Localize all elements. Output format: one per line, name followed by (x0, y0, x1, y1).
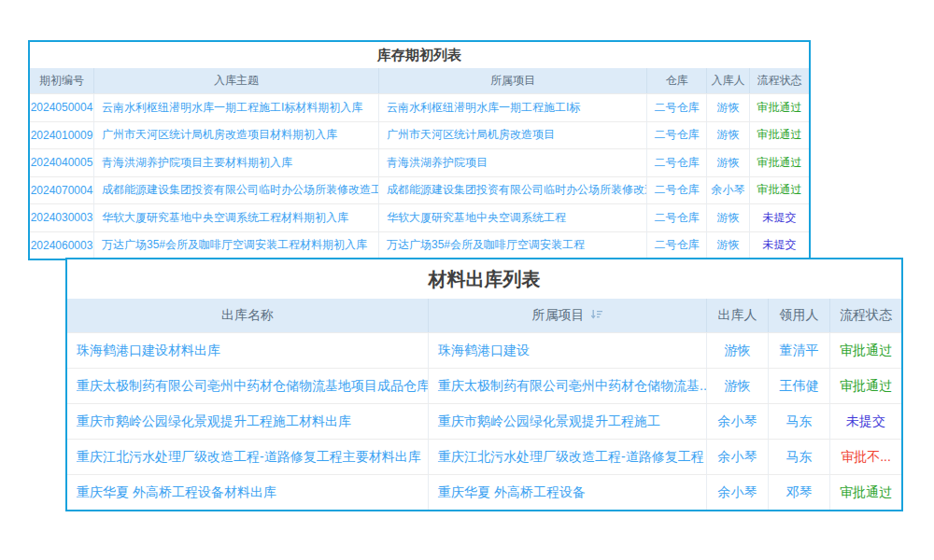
table-row: 重庆华夏 外高桥工程设备材料出库重庆华夏 外高桥工程设备余小琴邓琴审批通过 (67, 474, 901, 510)
column-header-outbound-person: 出库人 (707, 299, 769, 332)
warehouse-cell: 二号仓库 (647, 177, 707, 204)
table-row: 2024040005青海洪湖养护院项目主要材料期初入库青海洪湖养护院项目二号仓库… (30, 148, 809, 176)
column-header-workflow-status: 流程状态 (830, 299, 901, 332)
table-row: 珠海鹤港口建设材料出库珠海鹤港口建设游恢董清平审批通过 (67, 332, 901, 368)
project-link[interactable]: 云南水利枢纽潜明水库一期工程施工I标 (379, 94, 647, 121)
inbound-person-cell: 余小琴 (707, 177, 750, 204)
outbound-name-link[interactable]: 重庆太极制药有限公司亳州中药材仓储物流基地项目成品仓库和... (67, 369, 429, 403)
column-header-project-sortable[interactable]: 所属项目 (429, 299, 707, 332)
outbound-person-cell: 余小琴 (707, 404, 769, 439)
inbound-person-cell: 游恢 (707, 122, 750, 149)
outbound-page-title: 材料出库列表 (67, 259, 901, 299)
inbound-person-cell: 游恢 (707, 94, 750, 121)
recipient-cell: 董清平 (769, 333, 830, 368)
column-header-warehouse: 仓库 (647, 68, 707, 93)
outbound-table-body: 珠海鹤港口建设材料出库珠海鹤港口建设游恢董清平审批通过重庆太极制药有限公司亳州中… (67, 332, 901, 510)
warehouse-cell: 二号仓库 (647, 204, 707, 231)
table-row: 2024030003华软大厦研究基地中央空调系统工程材料期初入库华软大厦研究基地… (30, 203, 809, 231)
column-header-outbound-name: 出库名称 (67, 299, 429, 332)
project-link[interactable]: 重庆太极制药有限公司亳州中药材仓储物流基... (429, 369, 707, 403)
initial-id-link[interactable]: 2024040005 (30, 149, 94, 176)
column-header-workflow-status: 流程状态 (750, 68, 809, 93)
table-row: 2024070004成都能源建设集团投资有限公司临时办公场所装修改造工程EPC.… (30, 176, 809, 204)
warehouse-cell: 二号仓库 (647, 149, 707, 176)
table-row: 重庆江北污水处理厂级改造工程-道路修复工程主要材料出库重庆江北污水处理厂级改造工… (67, 439, 901, 474)
inbound-person-cell: 游恢 (707, 204, 750, 231)
inventory-table-body: 2024050004云南水利枢纽潜明水库一期工程施工I标材料期初入库云南水利枢纽… (30, 93, 809, 259)
outbound-table-header: 出库名称 所属项目 出库人 领用人 流程状态 (67, 299, 901, 332)
status-badge: 审批通过 (750, 177, 809, 204)
material-outbound-list-panel: 材料出库列表 出库名称 所属项目 出库人 领用人 流程状态 珠海鹤港口建设材料出… (65, 258, 903, 511)
outbound-person-cell: 余小琴 (707, 440, 769, 474)
inbound-subject-link[interactable]: 广州市天河区统计局机房改造项目材料期初入库 (94, 122, 379, 149)
inbound-subject-link[interactable]: 万达广场35#会所及咖啡厅空调安装工程材料期初入库 (94, 232, 379, 259)
project-link[interactable]: 青海洪湖养护院项目 (379, 149, 647, 176)
column-header-recipient: 领用人 (769, 299, 830, 332)
recipient-cell: 王伟健 (769, 369, 830, 403)
project-link[interactable]: 重庆市鹅岭公园绿化景观提升工程施工 (429, 404, 707, 439)
inbound-person-cell: 游恢 (707, 149, 750, 176)
status-badge: 审批通过 (750, 122, 809, 149)
inbound-subject-link[interactable]: 华软大厦研究基地中央空调系统工程材料期初入库 (94, 204, 379, 231)
recipient-cell: 马东 (769, 404, 830, 439)
status-badge: 未提交 (750, 232, 809, 259)
status-badge: 未提交 (750, 204, 809, 231)
initial-id-link[interactable]: 2024050004 (30, 94, 94, 121)
inventory-page-title: 库存期初列表 (30, 42, 809, 68)
table-row: 2024010009广州市天河区统计局机房改造项目材料期初入库广州市天河区统计局… (30, 121, 809, 149)
project-link[interactable]: 重庆华夏 外高桥工程设备 (429, 475, 707, 510)
outbound-name-link[interactable]: 珠海鹤港口建设材料出库 (67, 333, 429, 368)
warehouse-cell: 二号仓库 (647, 94, 707, 121)
column-header-inbound-subject: 入库主题 (94, 68, 379, 93)
recipient-cell: 邓琴 (769, 475, 830, 510)
project-link[interactable]: 重庆江北污水处理厂级改造工程-道路修复工程 (429, 440, 707, 474)
column-header-project-label: 所属项目 (532, 307, 585, 324)
outbound-name-link[interactable]: 重庆华夏 外高桥工程设备材料出库 (67, 475, 429, 510)
project-link[interactable]: 成都能源建设集团投资有限公司临时办公场所装修改造工程... (379, 177, 647, 204)
inbound-person-cell: 游恢 (707, 232, 750, 259)
column-header-initial-id: 期初编号 (30, 68, 94, 93)
sort-descending-icon[interactable] (590, 308, 603, 323)
outbound-person-cell: 游恢 (707, 369, 769, 403)
status-badge: 审批通过 (830, 369, 901, 403)
inbound-subject-link[interactable]: 云南水利枢纽潜明水库一期工程施工I标材料期初入库 (94, 94, 379, 121)
table-row: 2024050004云南水利枢纽潜明水库一期工程施工I标材料期初入库云南水利枢纽… (30, 93, 809, 121)
status-badge: 审批通过 (750, 94, 809, 121)
project-link[interactable]: 华软大厦研究基地中央空调系统工程 (379, 204, 647, 231)
table-row: 2024060003万达广场35#会所及咖啡厅空调安装工程材料期初入库万达广场3… (30, 231, 809, 259)
inbound-subject-link[interactable]: 青海洪湖养护院项目主要材料期初入库 (94, 149, 379, 176)
table-row: 重庆太极制药有限公司亳州中药材仓储物流基地项目成品仓库和...重庆太极制药有限公… (67, 368, 901, 403)
inbound-subject-link[interactable]: 成都能源建设集团投资有限公司临时办公场所装修改造工程EPC... (94, 177, 379, 204)
outbound-person-cell: 余小琴 (707, 475, 769, 510)
status-badge: 审批不... (830, 440, 901, 474)
status-badge: 审批通过 (830, 475, 901, 510)
outbound-person-cell: 游恢 (707, 333, 769, 368)
initial-id-link[interactable]: 2024030003 (30, 204, 94, 231)
status-badge: 审批通过 (750, 149, 809, 176)
project-link[interactable]: 万达广场35#会所及咖啡厅空调安装工程 (379, 232, 647, 259)
status-badge: 未提交 (830, 404, 901, 439)
inventory-initial-list-panel: 库存期初列表 期初编号 入库主题 所属项目 仓库 入库人 流程状态 202405… (28, 40, 811, 260)
inventory-table-header: 期初编号 入库主题 所属项目 仓库 入库人 流程状态 (30, 68, 809, 93)
initial-id-link[interactable]: 2024010009 (30, 122, 94, 149)
recipient-cell: 马东 (769, 440, 830, 474)
warehouse-cell: 二号仓库 (647, 232, 707, 259)
column-header-inbound-person: 入库人 (707, 68, 750, 93)
status-badge: 审批通过 (830, 333, 901, 368)
outbound-name-link[interactable]: 重庆市鹅岭公园绿化景观提升工程施工材料出库 (67, 404, 429, 439)
column-header-project: 所属项目 (379, 68, 647, 93)
project-link[interactable]: 珠海鹤港口建设 (429, 333, 707, 368)
outbound-name-link[interactable]: 重庆江北污水处理厂级改造工程-道路修复工程主要材料出库 (67, 440, 429, 474)
warehouse-cell: 二号仓库 (647, 122, 707, 149)
initial-id-link[interactable]: 2024060003 (30, 232, 94, 259)
initial-id-link[interactable]: 2024070004 (30, 177, 94, 204)
project-link[interactable]: 广州市天河区统计局机房改造项目 (379, 122, 647, 149)
table-row: 重庆市鹅岭公园绿化景观提升工程施工材料出库重庆市鹅岭公园绿化景观提升工程施工余小… (67, 403, 901, 439)
